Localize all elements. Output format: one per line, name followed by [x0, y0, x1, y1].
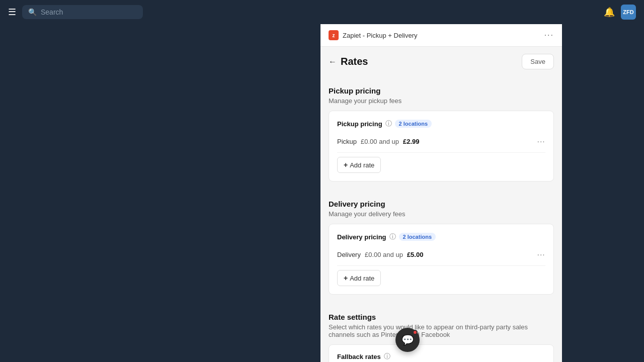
top-nav: ☰ 🔍 Search 🔔 ZFD	[0, 0, 644, 24]
delivery-pricing-section-header: Delivery pricing Manage your delivery fe…	[320, 190, 562, 224]
pickup-add-rate-plus-icon: +	[344, 161, 348, 169]
hamburger-icon[interactable]: ☰	[8, 7, 16, 18]
search-placeholder: Search	[41, 8, 63, 16]
fallback-card-header: Fallback rates ⓘ	[329, 345, 553, 362]
delivery-rate-range: £0.00 and up	[365, 251, 403, 258]
delivery-add-rate-label: Add rate	[350, 275, 374, 282]
pickup-divider	[337, 152, 545, 153]
delivery-rate-left: Delivery £0.00 and up £5.00	[337, 251, 423, 258]
rate-settings-header: Rate settings Select which rates you wou…	[320, 303, 562, 344]
pickup-pricing-title: Pickup pricing	[329, 86, 554, 95]
chat-widget-icon: 💬	[401, 334, 414, 346]
app-logo: z	[329, 30, 339, 40]
page-header: ← Rates Save	[320, 47, 562, 76]
pickup-add-rate-label: Add rate	[350, 161, 374, 169]
delivery-pricing-title: Delivery pricing	[329, 200, 554, 208]
pickup-rate-price: £2.99	[403, 138, 420, 145]
delivery-rate-price: £5.00	[407, 251, 424, 258]
page-title: Rates	[341, 56, 368, 67]
delivery-pricing-card: Delivery pricing ⓘ 2 locations Delivery …	[329, 224, 554, 295]
rate-settings-title: Rate settings	[329, 313, 554, 321]
delivery-rate-row: Delivery £0.00 and up £5.00 ···	[337, 247, 545, 261]
pickup-locations-badge: 2 locations	[395, 120, 432, 128]
fallback-rates-title: Fallback rates	[337, 353, 381, 360]
app-more-button[interactable]: ···	[544, 31, 554, 40]
delivery-rate-more-button[interactable]: ···	[537, 250, 545, 258]
pickup-rate-range: £0.00 and up	[361, 138, 399, 145]
pickup-pricing-desc: Manage your pickup fees	[329, 97, 554, 105]
delivery-pricing-desc: Manage your delivery fees	[329, 210, 554, 218]
app-header: z Zapiet - Pickup + Delivery ···	[320, 24, 562, 47]
pickup-pricing-section-header: Pickup pricing Manage your pickup fees	[320, 76, 562, 111]
delivery-card-title: Delivery pricing	[337, 233, 386, 241]
chat-widget-button[interactable]: 💬	[395, 328, 420, 352]
app-header-left: z Zapiet - Pickup + Delivery	[329, 30, 417, 40]
app-title: Zapiet - Pickup + Delivery	[343, 32, 417, 39]
delivery-divider	[337, 265, 545, 266]
pickup-info-icon[interactable]: ⓘ	[385, 119, 392, 128]
delivery-rate-label: Delivery	[337, 251, 361, 258]
pickup-pricing-card: Pickup pricing ⓘ 2 locations Pickup £0.0…	[329, 111, 554, 182]
page-header-left: ← Rates	[329, 56, 368, 67]
delivery-card-header: Delivery pricing ⓘ 2 locations	[337, 232, 545, 241]
user-avatar[interactable]: ZFD	[621, 5, 636, 20]
delivery-add-rate-plus-icon: +	[344, 274, 348, 282]
pickup-rate-left: Pickup £0.00 and up £2.99	[337, 138, 419, 145]
pickup-rate-label: Pickup	[337, 138, 357, 145]
delivery-add-rate-button[interactable]: + Add rate	[337, 270, 381, 286]
pickup-add-rate-button[interactable]: + Add rate	[337, 157, 381, 173]
pickup-card-header: Pickup pricing ⓘ 2 locations	[337, 119, 545, 128]
rate-settings-section: Rate settings Select which rates you wou…	[320, 303, 562, 344]
search-bar[interactable]: 🔍 Search	[22, 5, 143, 19]
chat-notification-dot	[413, 330, 418, 335]
main-content: z Zapiet - Pickup + Delivery ··· ← Rates…	[320, 24, 562, 362]
save-button[interactable]: Save	[522, 54, 554, 69]
notification-bell-icon[interactable]: 🔔	[604, 7, 615, 18]
back-arrow-icon[interactable]: ←	[329, 57, 337, 66]
pickup-rate-row: Pickup £0.00 and up £2.99 ···	[337, 134, 545, 148]
delivery-locations-badge: 2 locations	[399, 233, 436, 241]
pickup-rate-more-button[interactable]: ···	[537, 137, 545, 145]
fallback-rates-card: Fallback rates ⓘ ⓘ If the customer bypas…	[329, 344, 554, 362]
fallback-info-icon[interactable]: ⓘ	[384, 352, 390, 361]
pickup-card-title: Pickup pricing	[337, 120, 382, 128]
delivery-info-icon[interactable]: ⓘ	[389, 232, 396, 241]
search-icon: 🔍	[28, 8, 37, 16]
rate-settings-desc: Select which rates you would like to app…	[329, 323, 554, 338]
